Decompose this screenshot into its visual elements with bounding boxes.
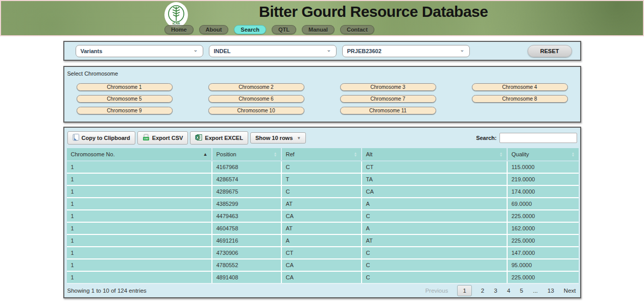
chevron-down-icon: ⌄ <box>460 47 464 53</box>
column-header-chromosome-no-[interactable]: Chromosome No.▲ <box>67 148 212 161</box>
table-cell: CA <box>362 185 507 198</box>
search-input[interactable] <box>499 133 577 143</box>
chromosome-button-11[interactable]: Chromosome 11 <box>340 107 436 114</box>
table-cell: C <box>362 210 507 222</box>
table-cell: 4691216 <box>212 234 281 247</box>
column-header-alt[interactable]: Alt▲▼ <box>362 148 507 161</box>
chromosome-button-9[interactable]: Chromosome 9 <box>77 107 173 114</box>
nav-item-manual[interactable]: Manual <box>302 25 335 34</box>
sort-icon: ▲▼ <box>274 151 277 157</box>
table-cell: CT <box>362 161 507 173</box>
sort-icon: ▲▼ <box>499 151 503 157</box>
caret-down-icon: ▼ <box>297 136 301 140</box>
main-nav: HomeAboutSearchQTLManualContact <box>164 25 374 34</box>
table-row: 14891408CAC225.0000 <box>67 271 579 283</box>
variant-type-select[interactable]: INDEL⌄ <box>209 45 337 57</box>
page-13[interactable]: 13 <box>547 288 554 294</box>
table-cell: C <box>281 185 362 198</box>
table-cell: AT <box>281 198 362 210</box>
table-footer: Showing 1 to 10 of 124 entries Previous1… <box>67 284 578 294</box>
table-cell: 1 <box>67 259 212 271</box>
column-header-position[interactable]: Position▲▼ <box>212 148 281 161</box>
chevron-down-icon: ⌄ <box>326 47 331 53</box>
chromosome-button-5[interactable]: Chromosome 5 <box>77 95 173 103</box>
chromosome-button-8[interactable]: Chromosome 8 <box>472 95 568 103</box>
column-header-ref[interactable]: Ref▲▼ <box>281 148 362 161</box>
chromosome-button-1[interactable]: Chromosome 1 <box>77 83 173 91</box>
chromosome-button-10[interactable]: Chromosome 10 <box>208 107 304 114</box>
pagination: Previous12345...13Next <box>425 288 576 294</box>
table-cell: 1 <box>67 210 212 222</box>
chromosome-button-2[interactable]: Chromosome 2 <box>208 83 304 91</box>
variants-select-value: Variants <box>81 48 103 54</box>
reset-button[interactable]: RESET <box>528 45 572 57</box>
table-cell: 1 <box>67 185 212 198</box>
table-cell: 1 <box>67 161 212 173</box>
csv-file-icon: CSV <box>142 134 150 142</box>
nav-item-contact[interactable]: Contact <box>340 25 374 34</box>
table-row: 14479463CAC225.0000 <box>67 210 579 222</box>
copy-to-clipboard-button[interactable]: Copy to Clipboard <box>67 131 135 145</box>
chromosome-button-4[interactable]: Chromosome 4 <box>472 83 568 91</box>
variants-select[interactable]: Variants⌄ <box>76 45 203 57</box>
select-chromosome-label: Select Chromosome <box>64 69 580 77</box>
table-cell: 4730906 <box>212 247 281 259</box>
nav-item-about[interactable]: About <box>199 25 229 34</box>
table-cell: CA <box>281 271 362 283</box>
table-cell: CA <box>281 210 362 222</box>
excel-file-icon: X <box>195 134 202 142</box>
table-cell: 1 <box>67 271 212 283</box>
table-cell: 4780552 <box>212 259 281 271</box>
table-toolbar: Copy to Clipboard CSV Export CSV <box>67 131 578 148</box>
table-cell: AT <box>281 222 362 234</box>
table-cell: 1 <box>67 198 212 210</box>
nav-item-search[interactable]: Search <box>234 25 266 34</box>
table-cell: 225.0000 <box>507 271 579 283</box>
table-row: 14691216AAT225.0000 <box>67 234 579 247</box>
chromosome-button-6[interactable]: Chromosome 6 <box>208 95 304 103</box>
chromosome-button-7[interactable]: Chromosome 7 <box>340 95 436 103</box>
table-cell: 95.0000 <box>507 259 579 271</box>
table-row: 14780552CAC95.0000 <box>67 259 579 271</box>
table-cell: 115.0000 <box>507 161 579 173</box>
page-header: ICAR Bitter Gourd Resource Database Home… <box>0 0 644 36</box>
export-excel-button[interactable]: X Export EXCEL <box>190 131 248 145</box>
table-cell: 225.0000 <box>507 234 579 247</box>
svg-text:X: X <box>197 136 199 139</box>
page-previous[interactable]: Previous <box>425 288 448 294</box>
filter-panel: Variants⌄INDEL⌄PRJEB23602⌄ RESET <box>63 41 581 61</box>
sort-icon: ▲▼ <box>354 151 357 157</box>
nav-item-qtl[interactable]: QTL <box>272 25 296 34</box>
table-cell: C <box>362 271 507 283</box>
column-header-quality[interactable]: Quality▲▼ <box>507 148 579 161</box>
page-2[interactable]: 2 <box>481 288 484 294</box>
nav-item-home[interactable]: Home <box>164 25 194 34</box>
page-1[interactable]: 1 <box>457 285 471 296</box>
table-cell: AT <box>362 234 507 247</box>
table-cell: C <box>362 259 507 271</box>
table-cell: 174.0000 <box>507 185 579 198</box>
chevron-down-icon: ⌄ <box>193 47 198 53</box>
table-cell: C <box>281 161 362 173</box>
page-next[interactable]: Next <box>564 288 576 294</box>
sort-ascending-icon: ▲ <box>203 152 208 157</box>
entries-info: Showing 1 to 10 of 124 entries <box>67 288 147 294</box>
export-excel-label: Export EXCEL <box>205 135 243 141</box>
page-4[interactable]: 4 <box>507 288 510 294</box>
page-3[interactable]: 3 <box>494 288 497 294</box>
page-5[interactable]: 5 <box>520 288 523 294</box>
chromosome-panel: Select Chromosome Chromosome 1Chromosome… <box>63 66 581 123</box>
export-csv-button[interactable]: CSV Export CSV <box>137 131 188 145</box>
table-row: 14289675CCA174.0000 <box>67 185 579 198</box>
table-cell: 4286574 <box>212 173 281 185</box>
table-row: 14167968CCT115.0000 <box>67 161 579 173</box>
chromosome-button-3[interactable]: Chromosome 3 <box>340 83 436 91</box>
table-cell: 4604758 <box>212 222 281 234</box>
project-select[interactable]: PRJEB23602⌄ <box>342 45 470 57</box>
search-area: Search: <box>476 133 577 143</box>
table-cell: 1 <box>67 222 212 234</box>
table-cell: A <box>362 222 507 234</box>
table-header-row: Chromosome No.▲Position▲▼Ref▲▼Alt▲▼Quali… <box>67 148 579 161</box>
table-cell: A <box>362 198 507 210</box>
show-rows-dropdown[interactable]: Show 10 rows ▼ <box>250 132 306 144</box>
